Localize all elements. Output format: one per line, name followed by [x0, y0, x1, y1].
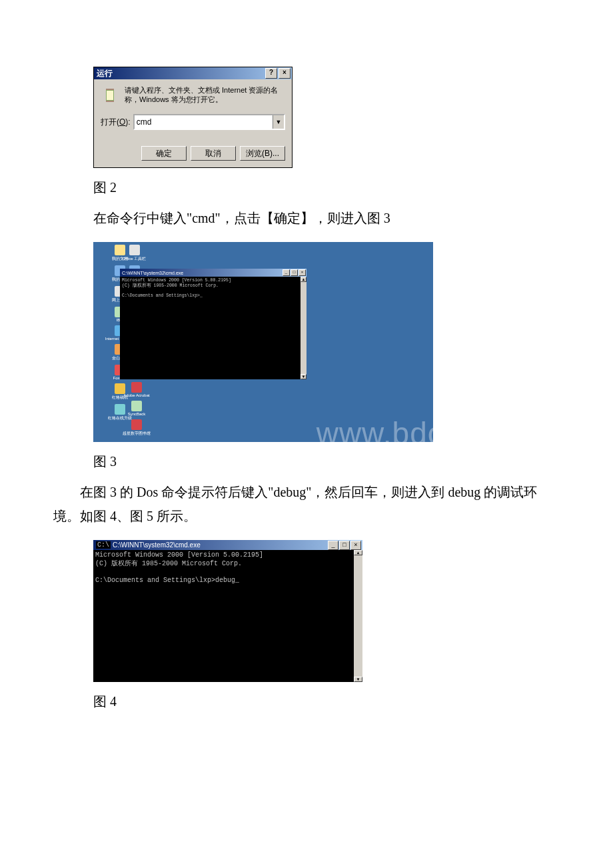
- scrollbar[interactable]: [354, 550, 362, 682]
- open-combobox[interactable]: ▼: [133, 114, 285, 130]
- help-button[interactable]: ?: [265, 68, 277, 79]
- run-dialog-body: 请键入程序、文件夹、文档或 Internet 资源的名称，Windows 将为您…: [94, 79, 292, 143]
- figure3-caption: 图 3: [93, 453, 613, 471]
- cancel-button[interactable]: 取消: [191, 146, 236, 161]
- figure4-caption: 图 4: [93, 693, 613, 711]
- cmd-title-icon: C:\: [96, 541, 111, 549]
- cmd-title-text: C:\WINNT\system32\cmd.exe: [113, 541, 327, 549]
- minimize-button[interactable]: _: [283, 269, 290, 276]
- figure2-caption: 图 2: [93, 179, 613, 197]
- open-input[interactable]: [135, 115, 273, 129]
- cmd-window-large[interactable]: C:\ C:\WINNT\system32\cmd.exe _ □ × Micr…: [93, 540, 362, 682]
- desktop-icon[interactable]: Adobe Acrobat: [123, 382, 151, 397]
- run-dialog-titlebar[interactable]: 运行 ? ×: [94, 67, 292, 79]
- cmd-titlebar[interactable]: C:\ C:\WINNT\system32\cmd.exe _ □ ×: [93, 540, 362, 550]
- browse-button[interactable]: 浏览(B)...: [240, 146, 285, 161]
- cmd-titlebar[interactable]: C:\WINNT\system32\cmd.exe _ □ ×: [120, 269, 306, 277]
- open-label: 打开(O):: [101, 117, 131, 128]
- run-dialog: 运行 ? × 请键入程序、文件夹、文档或 Internet 资源的名称，Wind…: [93, 67, 293, 168]
- desktop-icon[interactable]: Office 工具栏: [123, 245, 146, 262]
- maximize-button[interactable]: □: [291, 269, 298, 276]
- scrollbar[interactable]: [301, 277, 306, 379]
- watermark: www.bdocx.com: [316, 415, 433, 442]
- desktop-icon[interactable]: 超星数字图书馆: [123, 419, 151, 437]
- run-dialog-title: 运行: [97, 68, 264, 79]
- paragraph-1: 在命令行中键入"cmd"，点击【确定】，则进入图 3: [93, 206, 520, 230]
- cmd-window-small[interactable]: C:\WINNT\system32\cmd.exe _ □ × Microsof…: [120, 269, 306, 379]
- dropdown-arrow-icon[interactable]: ▼: [273, 115, 284, 129]
- cmd-output[interactable]: Microsoft Windows 2000 [Version 5.00.219…: [93, 550, 354, 682]
- paragraph-2: 在图 3 的 Dos 命令提示符后键入"debug"，然后回车，则进入到 deb…: [53, 480, 560, 528]
- cmd-title-text: C:\WINNT\system32\cmd.exe: [122, 271, 282, 275]
- maximize-button[interactable]: □: [339, 541, 350, 550]
- close-button[interactable]: ×: [350, 541, 361, 550]
- run-hourglass-icon: [101, 86, 119, 105]
- ok-button[interactable]: 确定: [141, 146, 187, 161]
- close-button[interactable]: ×: [299, 269, 306, 276]
- close-button[interactable]: ×: [279, 68, 291, 79]
- windows-desktop: 我的文档 我的电脑 网上邻居 IBM Internet Explorer 金山词…: [93, 242, 433, 442]
- desktop-icon[interactable]: SyncBack: [123, 401, 151, 416]
- minimize-button[interactable]: _: [328, 541, 338, 550]
- run-dialog-message: 请键入程序、文件夹、文档或 Internet 资源的名称，Windows 将为您…: [125, 86, 285, 105]
- cmd-output[interactable]: Microsoft Windows 2000 [Version 5.00.219…: [120, 277, 306, 379]
- desktop-icons-col2b: Adobe Acrobat SyncBack 超星数字图书馆: [123, 382, 151, 437]
- run-dialog-buttons: 确定 取消 浏览(B)...: [94, 143, 292, 167]
